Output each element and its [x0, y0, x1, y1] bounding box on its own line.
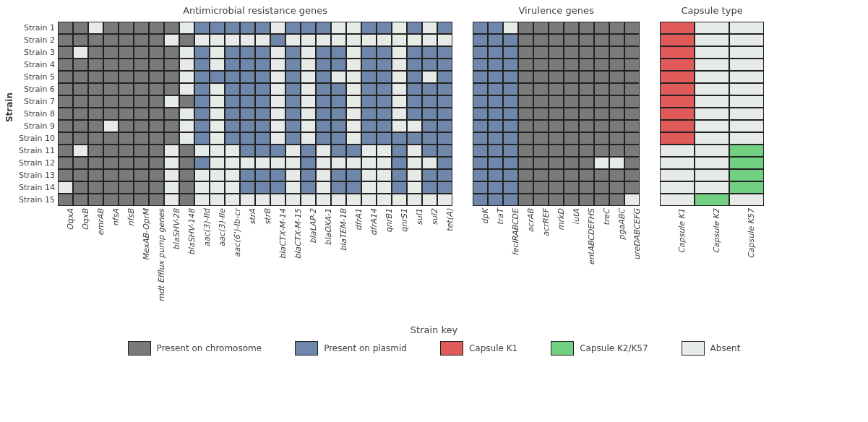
heatmap-cell — [194, 83, 210, 95]
heatmap-cell — [392, 145, 407, 157]
heatmap-cell — [179, 132, 194, 145]
y-tick-label: Strain 12 — [19, 157, 58, 169]
heatmap-cell — [579, 46, 594, 59]
heatmap-cell — [88, 132, 103, 145]
heatmap-cell — [488, 71, 503, 83]
heatmap-cell — [549, 157, 564, 169]
heatmap-cell — [225, 169, 240, 181]
heatmap-cell — [164, 157, 179, 169]
heatmap-cell — [285, 83, 301, 95]
heatmap-cell — [609, 132, 624, 145]
heatmap-cell — [564, 95, 579, 108]
heatmap-cell — [549, 46, 564, 59]
heatmap-cell — [392, 157, 407, 169]
heatmap-cell — [134, 95, 149, 108]
heatmap-cell — [331, 95, 346, 108]
heatmap-cell — [624, 169, 640, 181]
heatmap-cell — [422, 194, 437, 206]
heatmap-cell — [179, 169, 194, 181]
heatmap-cell — [210, 181, 225, 194]
heatmap-cell — [316, 83, 331, 95]
heatmap-cell — [624, 145, 640, 157]
heatmap-cell — [564, 157, 579, 169]
heatmap-cell — [624, 132, 640, 145]
heatmap-cell — [488, 95, 503, 108]
heatmap-cell — [73, 108, 88, 120]
heatmap-cell — [729, 132, 764, 145]
heatmap-cell — [240, 181, 255, 194]
heatmap-cell — [695, 181, 729, 194]
heatmap-cell — [564, 22, 579, 34]
heatmap-cell — [316, 181, 331, 194]
heatmap-cell — [473, 59, 488, 71]
heatmap-cell — [331, 120, 346, 132]
heatmap-cell — [103, 120, 119, 132]
heatmap-cell — [255, 169, 270, 181]
heatmap-cell — [179, 157, 194, 169]
heatmap-cell — [88, 108, 103, 120]
heatmap-cell — [119, 108, 134, 120]
heatmap-cell — [594, 194, 609, 206]
heatmap-cell — [73, 145, 88, 157]
legend-swatch — [295, 341, 318, 356]
heatmap-cell — [695, 120, 729, 132]
heatmap-grid — [660, 22, 764, 206]
heatmap-cell — [549, 83, 564, 95]
heatmap-cell — [240, 71, 255, 83]
heatmap-cell — [518, 34, 533, 46]
heatmap-cell — [407, 145, 422, 157]
legend-swatch — [440, 341, 463, 356]
heatmap-cell — [240, 34, 255, 46]
heatmap-cell — [210, 46, 225, 59]
heatmap-cell — [473, 157, 488, 169]
heatmap-cell — [210, 22, 225, 34]
y-tick-label: Strain 14 — [19, 181, 58, 194]
heatmap-cell — [473, 46, 488, 59]
heatmap-cell — [331, 59, 346, 71]
heatmap-cell — [134, 181, 149, 194]
heatmap-cell — [437, 157, 452, 169]
heatmap-cell — [270, 120, 285, 132]
heatmap-cell — [179, 108, 194, 120]
heatmap-cell — [301, 169, 316, 181]
heatmap-cell — [301, 157, 316, 169]
heatmap-cell — [225, 120, 240, 132]
heatmap-cell — [346, 120, 361, 132]
heatmap-cell — [210, 59, 225, 71]
heatmap-cell — [164, 145, 179, 157]
heatmap-cell — [58, 181, 73, 194]
heatmap-cell — [316, 59, 331, 71]
x-axis-labels: OqxAOqxBemrABnfsAnfsBMexAB-OprMmdt Efflu… — [58, 206, 452, 322]
heatmap-cell — [179, 83, 194, 95]
heatmap-cell — [594, 132, 609, 145]
heatmap-cell — [58, 120, 73, 132]
heatmap-cell — [270, 46, 285, 59]
heatmap-cell — [194, 22, 210, 34]
heatmap-cell — [164, 181, 179, 194]
heatmap-cell — [316, 169, 331, 181]
heatmap-cell — [609, 157, 624, 169]
heatmap-cell — [488, 59, 503, 71]
heatmap-cell — [210, 83, 225, 95]
heatmap-cell — [331, 145, 346, 157]
heatmap-cell — [225, 181, 240, 194]
heatmap-cell — [549, 145, 564, 157]
heatmap-cell — [88, 83, 103, 95]
heatmap-cell — [164, 46, 179, 59]
heatmap-cell — [285, 95, 301, 108]
heatmap-cell — [437, 169, 452, 181]
heatmap-cell — [331, 83, 346, 95]
heatmap-cell — [533, 120, 549, 132]
heatmap-cell — [225, 83, 240, 95]
heatmap-cell — [316, 108, 331, 120]
heatmap-cell — [225, 34, 240, 46]
heatmap-cell — [346, 71, 361, 83]
heatmap-cell — [316, 194, 331, 206]
heatmap-cell — [473, 132, 488, 145]
heatmap-cell — [533, 145, 549, 157]
heatmap-cell — [73, 83, 88, 95]
heatmap-cell — [377, 157, 392, 169]
heatmap-cell — [285, 145, 301, 157]
heatmap-cell — [301, 181, 316, 194]
panel-title: Antimicrobial resistance genes — [58, 6, 452, 22]
